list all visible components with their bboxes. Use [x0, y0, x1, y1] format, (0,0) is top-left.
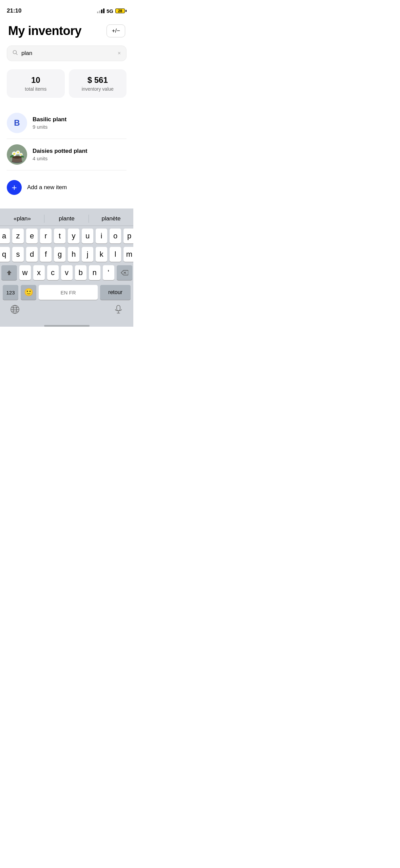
- key-j[interactable]: j: [82, 247, 93, 262]
- inventory-value-label: inventory value: [74, 86, 121, 92]
- key-r[interactable]: r: [40, 229, 52, 243]
- total-items-label: total items: [12, 86, 59, 92]
- key-row-1: a z e r t y u i o p: [1, 229, 132, 243]
- list-item[interactable]: Daisies potted plant 4 units: [7, 139, 127, 170]
- autocomplete-item[interactable]: «plan»: [0, 212, 44, 225]
- list-item[interactable]: B Basilic plant 9 units: [7, 107, 127, 139]
- key-h[interactable]: h: [68, 247, 79, 262]
- inventory-list: B Basilic plant 9 units: [0, 105, 133, 173]
- key-k[interactable]: k: [96, 247, 107, 262]
- home-indicator: [44, 325, 90, 327]
- total-items-card: 10 total items: [7, 69, 65, 98]
- key-row-3: w x c v b n ': [1, 265, 132, 280]
- key-l[interactable]: l: [110, 247, 121, 262]
- signal-bars-icon: [97, 8, 104, 13]
- autocomplete-item[interactable]: planète: [89, 212, 133, 225]
- inventory-value-card: $ 561 inventory value: [69, 69, 127, 98]
- key-q[interactable]: q: [0, 247, 10, 262]
- network-label: 5G: [107, 8, 113, 14]
- add-item-label: Add a new item: [27, 184, 67, 191]
- status-icons: 5G 28: [97, 8, 127, 14]
- item-units: 4 units: [33, 156, 127, 161]
- key-v[interactable]: v: [61, 265, 73, 280]
- avatar-letter: B: [14, 118, 20, 128]
- svg-point-11: [20, 154, 22, 155]
- inventory-value-value: $ 561: [74, 75, 121, 85]
- globe-icon[interactable]: [10, 305, 20, 315]
- svg-point-7: [13, 153, 15, 155]
- key-t[interactable]: t: [54, 229, 65, 243]
- microphone-icon[interactable]: [114, 305, 123, 315]
- key-z[interactable]: z: [12, 229, 24, 243]
- page-header: My inventory +/−: [0, 17, 133, 41]
- shift-key[interactable]: [1, 265, 17, 280]
- keyboard-rows: a z e r t y u i o p q s d f g h j k l m: [0, 229, 133, 300]
- key-n[interactable]: n: [89, 265, 100, 280]
- key-o[interactable]: o: [110, 229, 121, 243]
- status-time: 21:10: [7, 7, 21, 14]
- search-clear-icon[interactable]: ×: [118, 50, 121, 56]
- keyboard: «plan» plante planète a z e r t y u i o …: [0, 209, 133, 327]
- key-d[interactable]: d: [26, 247, 38, 262]
- key-f[interactable]: f: [40, 247, 52, 262]
- key-b[interactable]: b: [75, 265, 87, 280]
- avatar: [7, 144, 27, 165]
- emoji-key[interactable]: 🙂: [21, 285, 36, 300]
- item-name: Daisies potted plant: [33, 148, 127, 155]
- page-title: My inventory: [8, 24, 81, 38]
- status-bar: 21:10 5G 28: [0, 0, 133, 17]
- key-e[interactable]: e: [26, 229, 38, 243]
- battery-icon: 28: [115, 8, 127, 13]
- key-w[interactable]: w: [19, 265, 31, 280]
- search-icon: [13, 50, 18, 57]
- search-input[interactable]: [21, 50, 114, 57]
- numbers-key[interactable]: 123: [3, 285, 18, 300]
- item-info: Daisies potted plant 4 units: [33, 148, 127, 161]
- search-container: ×: [0, 41, 133, 67]
- backspace-key[interactable]: [117, 265, 132, 280]
- key-row-2: q s d f g h j k l m: [1, 247, 132, 262]
- total-items-value: 10: [12, 75, 59, 85]
- item-info: Basilic plant 9 units: [33, 116, 127, 130]
- add-item-button[interactable]: +: [7, 180, 22, 195]
- return-key[interactable]: retour: [100, 285, 131, 300]
- avatar: B: [7, 113, 27, 133]
- key-m[interactable]: m: [123, 247, 133, 262]
- key-y[interactable]: y: [68, 229, 79, 243]
- search-box: ×: [7, 46, 127, 61]
- key-c[interactable]: c: [47, 265, 59, 280]
- item-units: 9 units: [33, 124, 127, 130]
- space-key[interactable]: EN FR: [39, 285, 98, 300]
- key-p[interactable]: p: [123, 229, 133, 243]
- battery-level: 28: [116, 9, 125, 13]
- key-i[interactable]: i: [96, 229, 107, 243]
- key-apostrophe[interactable]: ': [103, 265, 114, 280]
- keyboard-bottom-icons: [0, 300, 133, 322]
- key-x[interactable]: x: [33, 265, 45, 280]
- key-g[interactable]: g: [54, 247, 65, 262]
- stats-row: 10 total items $ 561 inventory value: [0, 67, 133, 105]
- item-name: Basilic plant: [33, 116, 127, 123]
- autocomplete-item[interactable]: plante: [44, 212, 89, 225]
- key-a[interactable]: a: [0, 229, 10, 243]
- svg-point-9: [17, 152, 19, 153]
- key-u[interactable]: u: [82, 229, 93, 243]
- add-remove-button[interactable]: +/−: [107, 24, 125, 37]
- add-item-row[interactable]: + Add a new item: [0, 173, 133, 202]
- autocomplete-bar: «plan» plante planète: [0, 212, 133, 226]
- key-s[interactable]: s: [12, 247, 24, 262]
- svg-point-5: [12, 156, 22, 159]
- svg-line-1: [16, 54, 18, 55]
- bottom-row: 123 🙂 EN FR retour: [1, 284, 132, 300]
- svg-rect-19: [117, 305, 120, 311]
- plus-icon: +: [12, 182, 17, 193]
